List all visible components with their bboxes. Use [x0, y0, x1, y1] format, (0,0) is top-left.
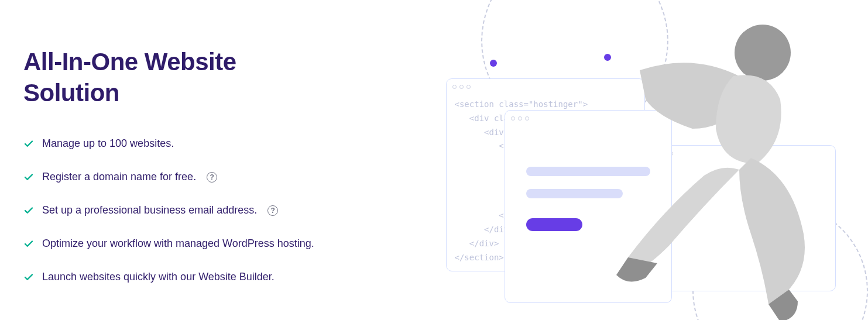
- pill-button-icon: [526, 218, 582, 231]
- check-icon: [23, 272, 34, 283]
- feature-item: Manage up to 100 websites.: [23, 137, 434, 150]
- feature-text: Register a domain name for free.: [42, 171, 196, 183]
- hero-illustration: <section class="hostinger"> <div class <…: [434, 18, 845, 302]
- feature-item: Optimize your workflow with managed Word…: [23, 238, 434, 250]
- check-icon: [23, 139, 34, 149]
- feature-text: Set up a professional business email add…: [42, 204, 257, 216]
- check-icon: [23, 205, 34, 216]
- check-icon: [23, 172, 34, 183]
- check-icon: [23, 239, 34, 249]
- feature-item: Set up a professional business email add…: [23, 204, 434, 216]
- dot-icon: [490, 60, 497, 67]
- feature-item: Launch websites quickly with our Website…: [23, 271, 434, 283]
- feature-text: Launch websites quickly with our Website…: [42, 271, 275, 283]
- feature-text: Manage up to 100 websites.: [42, 137, 174, 150]
- svg-point-0: [735, 25, 791, 81]
- person-jumping-icon: [605, 12, 839, 320]
- help-icon[interactable]: ?: [207, 172, 217, 183]
- section-heading: All-In-One Website Solution: [23, 47, 281, 108]
- feature-text: Optimize your workflow with managed Word…: [42, 238, 314, 250]
- help-icon[interactable]: ?: [267, 205, 278, 216]
- feature-list: Manage up to 100 websites. Register a do…: [23, 137, 434, 283]
- feature-item: Register a domain name for free. ?: [23, 171, 434, 183]
